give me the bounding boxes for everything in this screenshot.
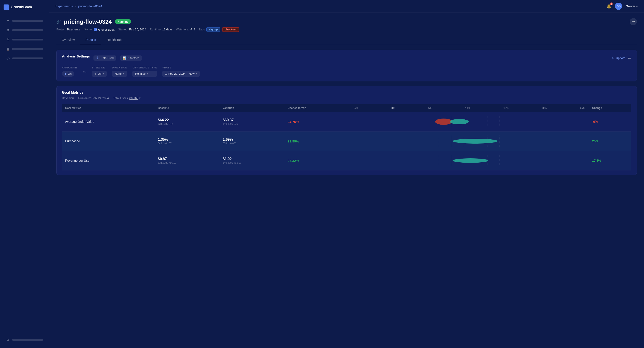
panel-title: Analysis Settings bbox=[62, 54, 90, 58]
topnav: Experiments > pricing-flow-0324 🔔 3 GB G… bbox=[49, 0, 644, 13]
breadcrumb-separator: > bbox=[75, 4, 76, 8]
sidebar-item-settings[interactable]: ⚙ bbox=[4, 336, 46, 344]
chart-wrapper bbox=[353, 136, 586, 147]
diff-type-group: Difference Type Relative ▾ bbox=[132, 66, 157, 77]
svg-point-14 bbox=[453, 139, 498, 144]
phase-select[interactable]: 1: Feb 20, 2024 – Now ▾ bbox=[162, 71, 200, 77]
experiment-title: pricing-flow-0324 bbox=[64, 18, 112, 25]
chevron-down-icon: ▾ bbox=[103, 72, 104, 75]
sidebar-bar bbox=[12, 29, 43, 31]
chevron-down-icon: ▾ bbox=[147, 72, 148, 75]
chance-to-win: 96.32% bbox=[288, 159, 299, 162]
sidebar-bar bbox=[12, 58, 43, 59]
tags-label: Tags: signup checkout bbox=[199, 28, 239, 31]
goal-metrics-title: Goal Metrics bbox=[62, 90, 631, 94]
variations-row: Variations On vs. Baseline bbox=[62, 66, 631, 77]
variation-sub: 676 / 40,053 bbox=[223, 142, 281, 145]
sidebar-item-experiments[interactable]: ⚗ bbox=[4, 26, 46, 34]
tag-checkout: checkout bbox=[222, 27, 239, 32]
baseline-label: Baseline bbox=[92, 66, 107, 69]
sidebar: GrowthBook ⚑ ⚗ 🗄 📋 </> ⚙ bbox=[0, 0, 49, 348]
started-label: Started: Feb 20, 2024 bbox=[118, 28, 146, 31]
status-badge: Running bbox=[115, 19, 131, 24]
sidebar-item-data[interactable]: 🗄 bbox=[4, 36, 46, 44]
more-options-button[interactable]: ••• bbox=[630, 18, 637, 25]
change-cell: -6% bbox=[589, 112, 631, 132]
logo: GrowthBook bbox=[4, 4, 46, 10]
goal-metrics-panel: Goal Metrics Bayesian · Run date: Feb 19… bbox=[56, 86, 637, 175]
chevron-down-icon: ▾ bbox=[123, 72, 124, 75]
baseline-cell: 1.35% 542 / 40,107 bbox=[155, 132, 220, 151]
sidebar-item-flags[interactable]: ⚑ bbox=[4, 17, 46, 24]
chart-label-5: 5% bbox=[428, 107, 432, 109]
baseline-sub: $34,808 / 40,107 bbox=[158, 162, 216, 164]
svg-point-7 bbox=[450, 119, 469, 124]
experiment-header: 🔗 pricing-flow-0324 Running ••• bbox=[56, 18, 637, 25]
change-cell: 25% bbox=[589, 132, 631, 151]
chart-wrapper bbox=[353, 116, 586, 127]
chart-label-neg5: -5% bbox=[354, 107, 358, 109]
vs-text: vs. bbox=[83, 70, 86, 73]
logo-icon bbox=[4, 4, 9, 10]
goal-total-users: Total Users: 80,160 ▾ bbox=[113, 96, 141, 100]
total-users-count[interactable]: 80,160 bbox=[130, 96, 138, 100]
svg-point-6 bbox=[435, 118, 452, 125]
page-content: 🔗 pricing-flow-0324 Running ••• Project:… bbox=[49, 13, 644, 348]
metric-name: Revenue per User bbox=[65, 159, 90, 162]
watchers-label: Watchers: 👁 4 bbox=[176, 28, 195, 31]
chart-svg-revenue bbox=[353, 155, 586, 166]
variations-control: On bbox=[62, 71, 78, 77]
user-avatar[interactable]: GB bbox=[615, 3, 622, 10]
baseline-select[interactable]: Off ▾ bbox=[92, 71, 107, 77]
link-icon: 🔗 bbox=[56, 20, 61, 24]
project-label: Project: Payments bbox=[56, 28, 80, 31]
tab-health[interactable]: Health Tab bbox=[101, 36, 127, 44]
baseline-sub: $34,808 / 542 bbox=[158, 122, 216, 125]
metric-name: Average Order Value bbox=[65, 120, 94, 124]
th-metric: Goal Metrics bbox=[62, 104, 155, 112]
gear-icon: ⚙ bbox=[6, 338, 10, 342]
panel-header-left: Analysis Settings 🗄 Data-Prod 📊 2 Metric… bbox=[62, 54, 142, 62]
flask-icon: ⚗ bbox=[6, 28, 10, 32]
datasource-badge: 🗄 Data-Prod bbox=[94, 56, 116, 60]
baseline-main: 1.35% bbox=[158, 138, 216, 142]
user-name[interactable]: Grover ▾ bbox=[626, 4, 638, 8]
sidebar-item-sdk[interactable]: </> bbox=[4, 54, 46, 62]
sidebar-item-reports[interactable]: 📋 bbox=[4, 45, 46, 53]
update-button[interactable]: ↻ Update bbox=[612, 56, 625, 60]
chart-labels: -5% 0% 5% 10% 15% 20% 25% bbox=[353, 107, 586, 109]
baseline-main: $64.22 bbox=[158, 118, 216, 122]
chart-label-10: 10% bbox=[465, 107, 470, 109]
svg-point-21 bbox=[452, 158, 488, 163]
baseline-main: $0.87 bbox=[158, 157, 216, 161]
datasource-label: Data-Prod bbox=[100, 56, 114, 60]
baseline-dot bbox=[94, 73, 96, 75]
variation-main: 1.69% bbox=[223, 138, 281, 142]
chart-label-20: 20% bbox=[542, 107, 547, 109]
variation-sub: $40,869 / 676 bbox=[223, 122, 281, 125]
chart-cell-revenue bbox=[350, 151, 589, 170]
sidebar-bar bbox=[12, 339, 43, 340]
change-value: 17.6% bbox=[592, 159, 601, 162]
chance-to-win: 99.99% bbox=[288, 139, 299, 143]
sidebar-bar bbox=[12, 20, 43, 22]
goal-run-date: Run date: Feb 19, 2024 bbox=[78, 96, 109, 100]
metrics-badge: 📊 2 Metrics bbox=[120, 56, 142, 60]
variation-on-pill: On bbox=[62, 71, 74, 77]
variation-cell: 1.69% 676 / 40,053 bbox=[220, 132, 284, 151]
tab-results[interactable]: Results bbox=[80, 36, 101, 44]
diff-type-select[interactable]: Relative ▾ bbox=[132, 71, 157, 77]
variation-main: $60.37 bbox=[223, 118, 281, 122]
chart-label-0: 0% bbox=[392, 107, 395, 109]
notifications-button[interactable]: 🔔 3 bbox=[606, 4, 611, 9]
chevron-down-icon: ▾ bbox=[196, 72, 197, 75]
analysis-more-button[interactable]: ••• bbox=[628, 56, 631, 60]
dimension-select[interactable]: None ▾ bbox=[112, 71, 127, 77]
variation-main: $1.02 bbox=[223, 157, 281, 161]
tab-overview[interactable]: Overview bbox=[56, 36, 80, 44]
chart-svg-purchased bbox=[353, 136, 586, 147]
breadcrumb-parent[interactable]: Experiments bbox=[56, 4, 73, 8]
chart-label-15: 15% bbox=[504, 107, 508, 109]
sidebar-bar bbox=[12, 39, 43, 40]
nav-right: 🔔 3 GB Grover ▾ bbox=[606, 3, 638, 10]
